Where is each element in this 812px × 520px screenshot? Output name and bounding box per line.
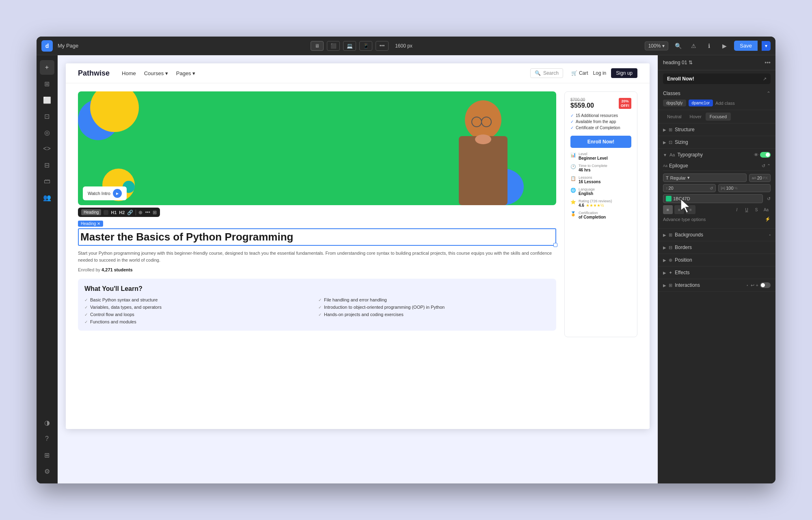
search-top-btn[interactable]: 🔍 (672, 40, 684, 52)
line-height-input[interactable]: ↕ 20 ↺ (663, 184, 716, 192)
hero-section: Watch Intro ▶ Heading H1 H2 🔗 (66, 83, 650, 345)
typography-toggle-switch[interactable] (760, 152, 771, 158)
selected-heading-box[interactable]: Master the Basics of Python Programming (78, 228, 556, 246)
class-tag-0[interactable]: dpgq3gly (663, 100, 686, 106)
underline-btn[interactable]: U (742, 205, 751, 214)
sidebar-code-btn[interactable]: <> (40, 141, 54, 156)
tablet-landscape-device-btn[interactable]: ⬛ (327, 41, 340, 51)
align-left-btn[interactable]: ≡ (663, 205, 673, 214)
watch-intro-btn[interactable]: Watch Intro ▶ (83, 186, 127, 200)
advance-type-icon[interactable]: ⚡ (765, 217, 771, 222)
check-icon-4: ✓ (318, 298, 322, 302)
nav-pages[interactable]: Pages ▾ (176, 70, 195, 76)
align-center-btn[interactable]: ≡ (674, 205, 684, 214)
strike-btn[interactable]: S (752, 205, 761, 214)
website-preview: Pathwise Home Courses ▾ Pages ▾ 🔍 Search… (66, 63, 650, 429)
font-weight-select[interactable]: T Regular ▾ (663, 173, 747, 182)
save-button[interactable]: Save (734, 41, 758, 51)
align-right-btn[interactable]: ≡ (686, 205, 695, 214)
cart-link[interactable]: 🛒 Cart (571, 70, 588, 76)
panel-more-btn[interactable]: ••• (764, 59, 771, 66)
add-interaction-icon[interactable]: + (756, 283, 758, 288)
effects-section: ▶ ✦ Effects (658, 266, 775, 279)
check-icon: ✓ (570, 113, 574, 118)
effects-section-header[interactable]: ▶ ✦ Effects (658, 266, 775, 279)
sidebar-pages-btn[interactable]: ⬜ (40, 93, 54, 107)
color-input[interactable]: 1BC47D (663, 194, 763, 203)
learn-section: What You'll Learn? ✓ Basic Python syntax… (78, 272, 556, 337)
font-reset-icon[interactable]: ↺ (762, 163, 765, 169)
play-btn[interactable]: ▶ (719, 40, 730, 52)
typography-section-header[interactable]: ▼ Aa Typography 👁 (658, 149, 775, 161)
undo-icon[interactable]: ↩ (751, 283, 754, 288)
state-hover[interactable]: Hover (685, 113, 705, 121)
sidebar-grid-btn[interactable]: ⊟ (40, 158, 54, 172)
borders-section-title: Borders (675, 245, 771, 250)
more-device-btn[interactable]: ••• (376, 41, 389, 51)
signup-btn[interactable]: Sign up (611, 68, 637, 78)
sidebar-library-btn[interactable]: ⊞ (40, 448, 54, 462)
heading-section: Heading ✕ Master the Basics of Python Pr… (78, 219, 556, 246)
info-btn[interactable]: ℹ (703, 40, 715, 52)
table-icon-toolbar[interactable]: ⊞ (153, 210, 157, 215)
app-logo[interactable]: d (41, 40, 53, 52)
sidebar-layers-btn[interactable]: ⊞ (40, 76, 54, 91)
right-panel-header: heading 01 ⇅ ••• (658, 55, 775, 70)
italic-btn[interactable]: I (732, 205, 741, 214)
class-tag-1[interactable]: dpamc1or (689, 100, 713, 106)
plus-icon-toolbar[interactable]: ⊕ (138, 210, 143, 215)
more-icon-toolbar[interactable]: ••• (145, 210, 150, 215)
enroll-preview-text: Enroll Now! (667, 76, 694, 82)
sidebar-media-btn[interactable]: ⊡ (40, 109, 54, 124)
letter-spacing-input[interactable]: |A| 100 % (718, 184, 771, 192)
font-size-input[interactable]: aA 20 PX (749, 174, 771, 182)
toolbar-h1[interactable]: H1 (111, 210, 117, 215)
position-section-header[interactable]: ▶ ⊕ Position (658, 254, 775, 266)
sidebar-team-btn[interactable]: 👥 (40, 190, 54, 205)
backgrounds-section-header[interactable]: ▶ ⊞ Backgrounds • (658, 229, 775, 241)
login-link[interactable]: Log in (593, 70, 607, 76)
font-expand-icon[interactable]: ⌃ (767, 163, 771, 169)
toolbar-h2[interactable]: H2 (119, 210, 125, 215)
line-height-auto[interactable]: ↺ (710, 186, 713, 191)
alert-btn[interactable]: ⚠ (688, 40, 699, 52)
laptop-device-btn[interactable]: 💻 (343, 41, 356, 51)
feature-item-0: ✓ 15 Additional resources (570, 113, 631, 118)
main-heading: Master the Basics of Python Programming (80, 231, 554, 243)
nav-courses[interactable]: Courses ▾ (144, 70, 168, 76)
classes-expand-btn[interactable]: ⌃ (767, 91, 771, 96)
structure-section-header[interactable]: ▶ ⊞ Structure (658, 124, 775, 136)
learn-title: What You'll Learn? (84, 285, 550, 292)
sidebar-settings-btn[interactable]: ⚙ (40, 464, 54, 479)
link-icon[interactable]: 🔗 (127, 210, 133, 215)
sizing-toggle-icon: ▶ (663, 140, 666, 145)
check-icon-1: ✓ (84, 305, 88, 310)
sidebar-components-btn[interactable]: ◎ (40, 125, 54, 140)
feature-item-2: ✓ Certificate of Completion (570, 126, 631, 130)
zoom-control[interactable]: 100% ▾ (645, 41, 669, 50)
eye-icon[interactable]: 👁 (754, 152, 758, 157)
caps-btn[interactable]: Aa (762, 205, 771, 214)
toolbar-heading-label: Heading (81, 209, 101, 215)
state-focused[interactable]: Focused (706, 113, 731, 121)
state-neutral[interactable]: Neutral (663, 113, 685, 121)
enroll-now-btn[interactable]: Enroll Now! (570, 136, 631, 148)
interactions-toggle-switch[interactable] (760, 282, 771, 288)
color-opacity-icon: ↺ (767, 196, 771, 202)
nav-search-box[interactable]: 🔍 Search (530, 68, 563, 78)
interactions-section-header[interactable]: ▶ ⊞ Interactions • ↩ + (658, 279, 775, 291)
add-class-btn[interactable]: Add class (715, 101, 735, 106)
sizing-section-header[interactable]: ▶ ⊡ Sizing (658, 136, 775, 148)
sidebar-contrast-btn[interactable]: ◑ (40, 415, 54, 430)
sidebar-help-btn[interactable]: ? (40, 431, 54, 446)
sidebar-add-btn[interactable]: + (40, 60, 54, 75)
position-section-title: Position (675, 257, 771, 263)
desktop-device-btn[interactable]: 🖥 (311, 41, 324, 51)
typography-content: Aa Epilogue ↺ ⌃ T Regular ▾ (658, 161, 775, 228)
sidebar-database-btn[interactable]: 🗃 (40, 174, 54, 188)
mobile-device-btn[interactable]: 📱 (359, 41, 372, 51)
save-dropdown-button[interactable]: ▾ (762, 41, 771, 51)
borders-section-header[interactable]: ▶ ⊟ Borders (658, 241, 775, 254)
classes-title: Classes (663, 91, 680, 96)
nav-home[interactable]: Home (122, 70, 136, 76)
